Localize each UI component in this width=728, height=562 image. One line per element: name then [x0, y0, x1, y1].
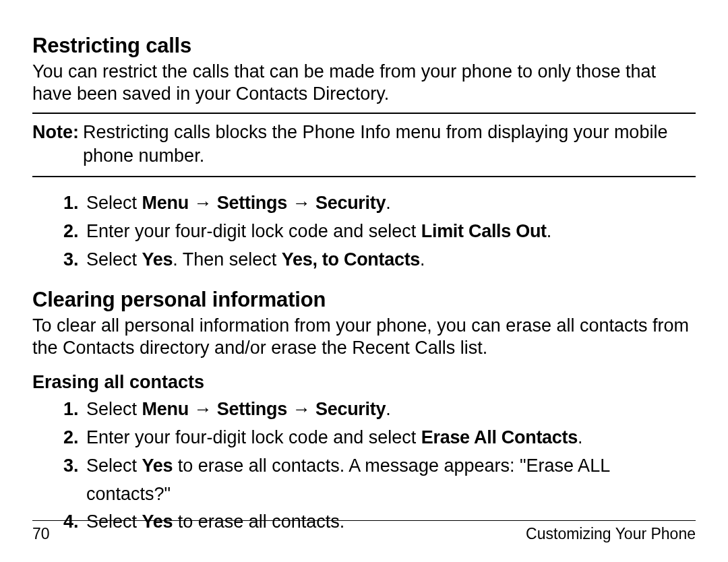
step-text: . [420, 249, 425, 270]
intro-restricting-calls: You can restrict the calls that can be m… [32, 61, 696, 106]
document-page: Restricting calls You can restrict the c… [0, 0, 728, 562]
step-text: . [386, 399, 391, 419]
subheading-erasing-contacts: Erasing all contacts [32, 372, 696, 393]
steps-erasing-contacts: Select Menu → Settings → Security. Enter… [32, 396, 696, 536]
heading-clearing-info: Clearing personal information [32, 288, 696, 312]
step: Enter your four-digit lock code and sele… [86, 424, 696, 452]
step-text: . [386, 193, 391, 213]
step: Enter your four-digit lock code and sele… [86, 218, 696, 246]
arrow-icon: → [287, 193, 315, 213]
step-text: . [547, 221, 552, 241]
menu-path-segment: Security [315, 399, 386, 419]
note-block: Note: Restricting calls blocks the Phone… [32, 113, 696, 177]
step-text: Select [86, 249, 142, 270]
ui-label: Yes [142, 249, 173, 270]
menu-path-segment: Settings [217, 399, 287, 419]
steps-restricting-calls: Select Menu → Settings → Security. Enter… [32, 189, 696, 274]
page-footer: 70 Customizing Your Phone [32, 520, 696, 543]
menu-path-segment: Menu [142, 399, 189, 419]
step-text: Select [86, 399, 142, 419]
menu-path-segment: Settings [217, 193, 287, 213]
step: Select Yes to erase all contacts. A mess… [86, 452, 696, 509]
step-text: Select [86, 456, 142, 476]
menu-path-segment: Security [315, 193, 386, 213]
page-number: 70 [32, 525, 50, 543]
step: Select Menu → Settings → Security. [86, 396, 696, 424]
step-text: . Then select [173, 249, 282, 270]
ui-label: Limit Calls Out [421, 221, 547, 241]
heading-restricting-calls: Restricting calls [32, 34, 696, 58]
chapter-title: Customizing Your Phone [526, 525, 696, 543]
step: Select Yes. Then select Yes, to Contacts… [86, 246, 696, 274]
arrow-icon: → [189, 399, 217, 419]
arrow-icon: → [189, 193, 217, 213]
intro-clearing-info: To clear all personal information from y… [32, 315, 696, 361]
note-text: Restricting calls blocks the Phone Info … [83, 121, 696, 168]
footer-rule [32, 520, 696, 521]
step: Select Menu → Settings → Security. [86, 189, 696, 218]
note-label: Note: [32, 121, 79, 168]
step-text: . [578, 427, 583, 447]
step-text: Enter your four-digit lock code and sele… [86, 221, 421, 241]
step-text: Enter your four-digit lock code and sele… [86, 427, 421, 447]
arrow-icon: → [287, 399, 315, 419]
ui-label: Yes [142, 456, 173, 476]
step-text: Select [86, 193, 142, 213]
ui-label: Erase All Contacts [421, 427, 578, 447]
ui-label: Yes, to Contacts [282, 249, 420, 270]
menu-path-segment: Menu [142, 193, 189, 213]
